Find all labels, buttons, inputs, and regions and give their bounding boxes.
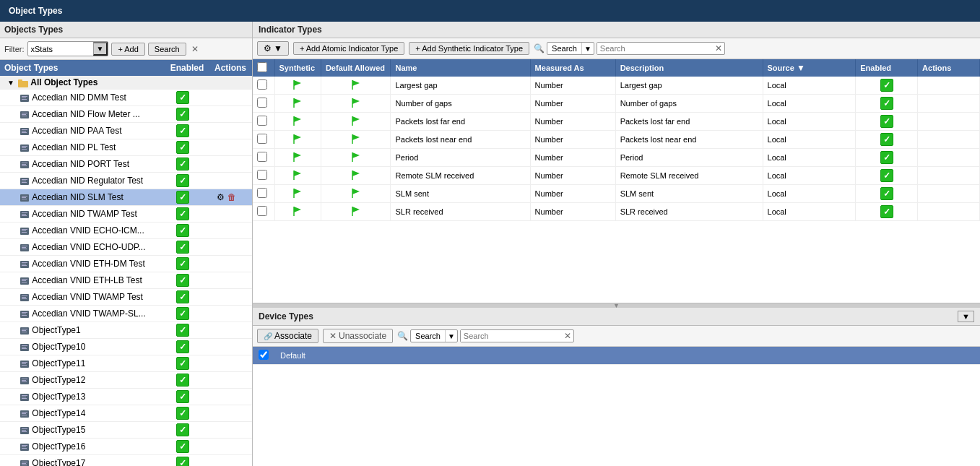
tree-item[interactable]: Accedian VNID TWAMP Test✓: [0, 289, 252, 306]
tree-item[interactable]: Accedian NID PAA Test✓: [0, 123, 252, 139]
tree-item[interactable]: ObjectType14✓: [0, 405, 252, 422]
col-measured-as[interactable]: Measured As: [530, 59, 615, 77]
indicator-row[interactable]: Packets lost near end Number Packets los…: [253, 131, 980, 149]
enabled-checkbox[interactable]: ✓: [176, 357, 189, 370]
tree-item[interactable]: ObjectType10✓: [0, 339, 252, 355]
device-collapse-button[interactable]: ▼: [958, 311, 974, 322]
search-button-left[interactable]: Search: [148, 43, 186, 56]
col-name[interactable]: Name: [391, 59, 530, 77]
indicator-row[interactable]: Remote SLM received Number Remote SLM re…: [253, 167, 980, 185]
enabled-checkbox[interactable]: ✓: [176, 324, 189, 337]
tree-item[interactable]: Accedian NID PORT Test✓: [0, 156, 252, 173]
clear-filter-button[interactable]: ✕: [189, 44, 201, 54]
enabled-checkbox[interactable]: ✓: [176, 158, 189, 171]
indicator-row[interactable]: Period Number Period Local ✓: [253, 149, 980, 167]
add-atomic-button[interactable]: + Add Atomic Indicator Type: [293, 42, 404, 55]
enabled-checkbox[interactable]: ✓: [176, 91, 189, 104]
device-checkbox[interactable]: [259, 350, 269, 360]
enabled-checkbox[interactable]: ✓: [176, 440, 189, 453]
settings-action-icon[interactable]: ⚙: [217, 192, 225, 202]
tree-item[interactable]: ObjectType16✓: [0, 439, 252, 455]
tree-item[interactable]: Accedian VNID ETH-LB Test✓: [0, 272, 252, 289]
col-enabled[interactable]: Enabled: [856, 59, 918, 77]
enabled-checkbox[interactable]: ✓: [176, 390, 189, 403]
row-enabled-checkbox[interactable]: ✓: [880, 205, 893, 218]
tree-item[interactable]: Accedian NID DMM Test✓: [0, 90, 252, 106]
tree-item[interactable]: Accedian NID Regulator Test✓: [0, 173, 252, 189]
indicator-search-input[interactable]: [597, 43, 713, 54]
tree-item[interactable]: Accedian VNID ETH-DM Test✓: [0, 256, 252, 272]
row-checkbox[interactable]: [257, 188, 267, 198]
enabled-checkbox[interactable]: ✓: [176, 290, 189, 303]
tree-item[interactable]: ObjectType17✓: [0, 455, 252, 466]
row-checkbox[interactable]: [257, 152, 267, 162]
tree-expand-icon[interactable]: ▼: [7, 79, 14, 87]
enabled-checkbox[interactable]: ✓: [176, 124, 189, 137]
tree-item[interactable]: ObjectType15✓: [0, 422, 252, 439]
device-search-label[interactable]: Search: [411, 330, 446, 342]
indicator-row[interactable]: Number of gaps Number Number of gaps Loc…: [253, 95, 980, 113]
tree-item[interactable]: Accedian VNID ECHO-ICM...✓: [0, 223, 252, 239]
associate-button[interactable]: 🔗 Associate: [257, 329, 318, 343]
row-enabled-checkbox[interactable]: ✓: [880, 115, 893, 128]
row-enabled-checkbox[interactable]: ✓: [880, 151, 893, 164]
row-checkbox[interactable]: [257, 116, 267, 126]
enabled-checkbox[interactable]: ✓: [176, 307, 189, 320]
row-enabled-checkbox[interactable]: ✓: [880, 79, 893, 92]
indicator-search-dropdown[interactable]: ▼: [582, 43, 594, 54]
row-checkbox[interactable]: [257, 98, 267, 108]
indicator-search-clear[interactable]: ✕: [713, 43, 724, 53]
tree-item[interactable]: Accedian NID PL Test✓: [0, 139, 252, 156]
device-search-input[interactable]: [461, 330, 562, 342]
row-enabled-checkbox[interactable]: ✓: [880, 97, 893, 110]
tree-item[interactable]: ObjectType13✓: [0, 389, 252, 405]
row-enabled-checkbox[interactable]: ✓: [880, 133, 893, 146]
enabled-checkbox[interactable]: ✓: [176, 174, 189, 187]
select-all-checkbox[interactable]: [257, 62, 267, 72]
row-checkbox[interactable]: [257, 79, 267, 90]
col-source[interactable]: Source ▼: [763, 59, 856, 77]
tree-item[interactable]: ObjectType11✓: [0, 355, 252, 372]
col-synthetic[interactable]: Synthetic: [274, 59, 321, 77]
device-search-dropdown[interactable]: ▼: [446, 331, 457, 342]
row-enabled-checkbox[interactable]: ✓: [880, 169, 893, 182]
enabled-checkbox[interactable]: ✓: [176, 191, 189, 204]
indicator-row[interactable]: SLR received Number SLR received Local ✓: [253, 203, 980, 221]
add-button[interactable]: + Add: [111, 43, 144, 56]
add-synthetic-button[interactable]: + Add Synthetic Indicator Type: [409, 42, 529, 55]
tree-item[interactable]: Accedian NID SLM Test✓ ⚙ 🗑: [0, 189, 252, 206]
enabled-checkbox[interactable]: ✓: [176, 407, 189, 420]
enabled-checkbox[interactable]: ✓: [176, 340, 189, 353]
tree-item[interactable]: Accedian VNID ECHO-UDP...✓: [0, 239, 252, 256]
tree-item[interactable]: Accedian NID Flow Meter ...✓: [0, 106, 252, 123]
indicator-row[interactable]: Largest gap Number Largest gap Local ✓: [253, 77, 980, 95]
enabled-checkbox[interactable]: ✓: [176, 257, 189, 270]
enabled-checkbox[interactable]: ✓: [176, 108, 189, 121]
gear-button[interactable]: ⚙ ▼: [257, 41, 289, 56]
filter-input[interactable]: [28, 43, 93, 55]
col-default-allowed[interactable]: Default Allowed: [321, 59, 391, 77]
row-checkbox[interactable]: [257, 134, 267, 144]
filter-dropdown-btn[interactable]: ▼: [93, 42, 108, 56]
device-row[interactable]: Default: [253, 347, 980, 365]
tree-item[interactable]: Accedian VNID TWAMP-SL...✓: [0, 306, 252, 322]
col-description[interactable]: Description: [615, 59, 763, 77]
enabled-checkbox[interactable]: ✓: [176, 141, 189, 154]
row-enabled-checkbox[interactable]: ✓: [880, 187, 893, 200]
tree-item[interactable]: ▼ All Object Types: [0, 76, 252, 90]
enabled-checkbox[interactable]: ✓: [176, 224, 189, 237]
enabled-checkbox[interactable]: ✓: [176, 457, 189, 466]
enabled-checkbox[interactable]: ✓: [176, 241, 189, 254]
enabled-checkbox[interactable]: ✓: [176, 274, 189, 287]
enabled-checkbox[interactable]: ✓: [176, 207, 189, 220]
tree-item[interactable]: ObjectType1✓: [0, 322, 252, 339]
row-checkbox[interactable]: [257, 170, 267, 180]
indicator-row[interactable]: SLM sent Number SLM sent Local ✓: [253, 185, 980, 203]
indicator-row[interactable]: Packets lost far end Number Packets lost…: [253, 113, 980, 131]
indicator-search-label[interactable]: Search: [547, 43, 582, 54]
tree-item[interactable]: ObjectType12✓: [0, 372, 252, 389]
unassociate-button[interactable]: ✕ Unassociate: [323, 329, 393, 343]
enabled-checkbox[interactable]: ✓: [176, 423, 189, 436]
tree-item[interactable]: Accedian NID TWAMP Test✓: [0, 206, 252, 223]
enabled-checkbox[interactable]: ✓: [176, 374, 189, 387]
